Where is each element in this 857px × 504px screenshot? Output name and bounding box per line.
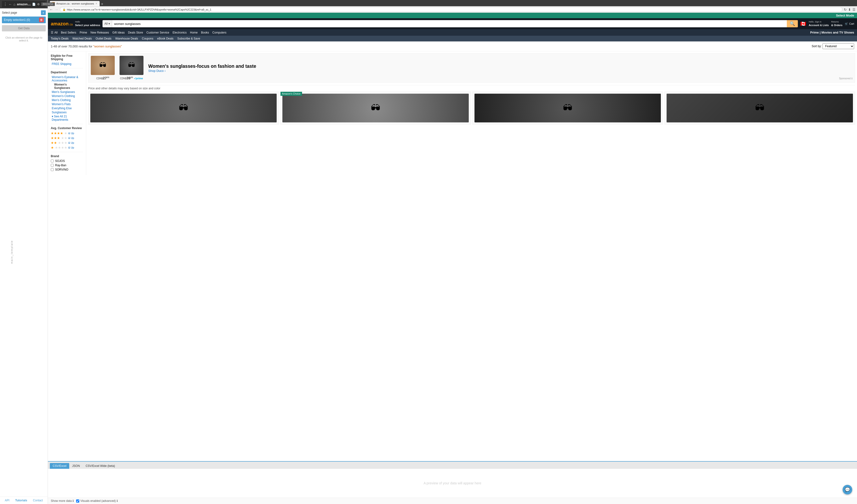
- rayban-checkbox[interactable]: [51, 164, 54, 167]
- back-nav-button[interactable]: ←: [49, 7, 53, 12]
- tab-close-button[interactable]: ×: [96, 2, 97, 5]
- tab-csv-excel-wide[interactable]: CSV/Excel Wide (beta): [83, 463, 118, 469]
- banner-product-2-price: CDN$3999 ✓prime: [119, 76, 144, 80]
- dept-link-0[interactable]: Women's Eyewear & Accessories: [51, 75, 83, 82]
- reload-button[interactable]: ↻: [844, 8, 847, 12]
- brand-rayban[interactable]: Ray-Ban: [51, 164, 83, 167]
- hamburger-menu-button[interactable]: ☰ All: [51, 31, 57, 34]
- delete-selection-button[interactable]: 🗑: [39, 17, 44, 22]
- show-more-link[interactable]: Show more data ℹ: [51, 499, 74, 503]
- cart-button[interactable]: 🛒 Cart: [845, 22, 854, 26]
- gear-icon[interactable]: ⚙: [37, 3, 40, 6]
- subnav-ebook-deals[interactable]: eBook Deals: [157, 37, 173, 40]
- tab-json[interactable]: JSON: [69, 463, 83, 469]
- featured-banner[interactable]: 🕶 CDN$2799 🕶 CDN$3999 ✓prime Women': [88, 53, 855, 83]
- banner-product-1[interactable]: 🕶 CDN$2799: [91, 56, 115, 80]
- dept-link-7[interactable]: Sunglasses: [51, 111, 83, 114]
- nav-customer-service[interactable]: Customer Service: [146, 31, 169, 34]
- subnav-warehouse-deals[interactable]: Warehouse Deals: [115, 37, 138, 40]
- cart-icon: 🛒: [845, 22, 848, 26]
- chat-fab-button[interactable]: 💬: [843, 485, 852, 494]
- stars-3[interactable]: ★★★★★ & Up: [51, 136, 83, 140]
- dept-link-2[interactable]: Men's Sunglasses: [51, 90, 83, 94]
- account-info[interactable]: Hello, Sign in Account & Lists: [809, 20, 829, 27]
- subnav-coupons[interactable]: Coupons: [142, 37, 153, 40]
- forward-nav-button[interactable]: →: [55, 7, 58, 12]
- amazon-logo[interactable]: amazon .ca: [51, 21, 72, 27]
- sojos-checkbox[interactable]: [51, 159, 54, 163]
- nav-home[interactable]: Home: [190, 31, 198, 34]
- price-main-1: 27: [103, 76, 107, 80]
- nav-books[interactable]: Books: [201, 31, 209, 34]
- dots-icon: ⋮: [3, 2, 7, 6]
- api-link[interactable]: API: [5, 499, 9, 502]
- nav-deals-store[interactable]: Deals Store: [128, 31, 143, 34]
- sort-dropdown[interactable]: Featured Price: Low to High Price: High …: [823, 43, 854, 49]
- dept-link-6[interactable]: Everything Else: [51, 106, 83, 110]
- divider-1: [51, 68, 83, 68]
- subnav-watched-deals[interactable]: Watched Deals: [72, 37, 92, 40]
- download-button[interactable]: ⬇: [848, 8, 851, 12]
- browse-button[interactable]: BROWSE: [41, 2, 55, 6]
- nav-new-releases[interactable]: New Releases: [90, 31, 109, 34]
- amazon-choice-badge: Amazon's Choice: [281, 92, 302, 96]
- amazon-sidebar: Eligible for Free Shipping FREE Shipping…: [48, 51, 86, 175]
- star-filled-1: ★★★★: [51, 131, 63, 135]
- visuals-checkbox[interactable]: [76, 500, 79, 503]
- address-bar[interactable]: 🔒 https://www.amazon.ca/?s=k=women+sungl…: [60, 7, 842, 12]
- flag-icon[interactable]: 🇨🇦: [800, 21, 806, 27]
- get-data-button[interactable]: Get Data: [2, 25, 46, 31]
- active-tab[interactable]: 🅰 Amazon.ca : women sunglasses ×: [50, 1, 100, 6]
- department-section: Department Women's Eyewear & Accessories…: [51, 71, 83, 121]
- orders-info[interactable]: Returns & Orders: [831, 20, 842, 27]
- delivery-info[interactable]: Hello Select your address: [75, 21, 100, 27]
- free-shipping-link[interactable]: FREE Shipping: [51, 62, 83, 66]
- dept-link-4[interactable]: Men's Clothing: [51, 98, 83, 102]
- info-icon: ℹ: [852, 77, 853, 80]
- sorvino-checkbox[interactable]: [51, 168, 54, 171]
- nav-prime[interactable]: Prime: [80, 31, 87, 34]
- contact-link[interactable]: Contact: [33, 499, 43, 502]
- dept-link-5[interactable]: Women's Flats: [51, 102, 83, 106]
- nav-gift-ideas[interactable]: Gift Ideas: [112, 31, 124, 34]
- product-card-4[interactable]: 🕶: [665, 91, 855, 124]
- browser-menu-button[interactable]: ☰: [853, 8, 856, 12]
- prime-banner[interactable]: Prime | Movies and TV Shows: [810, 31, 854, 34]
- star-filled-4: ★: [51, 146, 54, 150]
- add-page-button[interactable]: +: [41, 10, 46, 15]
- search-category-selector[interactable]: All ▾: [102, 20, 112, 27]
- nav-electronics[interactable]: Electronics: [173, 31, 187, 34]
- subnav-todays-deals[interactable]: Today's Deals: [51, 37, 68, 40]
- chat-icon: 💬: [845, 487, 850, 492]
- shop-duco-link[interactable]: Shop Duco ›: [148, 69, 166, 72]
- nav-best-sellers[interactable]: Best Sellers: [61, 31, 76, 34]
- search-button[interactable]: 🔍: [787, 20, 798, 27]
- see-all-departments-link[interactable]: ▾ See All 21 Departments: [51, 115, 83, 121]
- banner-product-2[interactable]: 🕶 CDN$3999 ✓prime: [119, 56, 144, 80]
- search-input[interactable]: [112, 20, 787, 27]
- data-footer: Show more data ℹ Visuals enabled (advanc…: [48, 498, 857, 504]
- home-icon[interactable]: ⌂: [13, 2, 15, 6]
- amazon-page: amazon .ca Hello Select your address All…: [48, 18, 857, 461]
- sort-label: Sort by:: [812, 45, 822, 48]
- brand-sorvino[interactable]: SORVINO: [51, 168, 83, 171]
- back-button[interactable]: ←: [9, 2, 12, 6]
- stars-4[interactable]: ★★★★★ & Up: [51, 131, 83, 135]
- stars-1[interactable]: ★★★★★ & Up: [51, 146, 83, 150]
- subnav-subscribe-save[interactable]: Subscribe & Save: [177, 37, 200, 40]
- tab-csv-excel[interactable]: CSV/Excel: [50, 463, 69, 469]
- product-card-3[interactable]: 🕶: [472, 91, 663, 124]
- stars-2[interactable]: ★★★★★ & Up: [51, 141, 83, 145]
- banner-text: Women's sunglasses-focus on fashion and …: [148, 64, 834, 72]
- product-card-2[interactable]: Amazon's Choice 🕶: [280, 91, 471, 124]
- brand-sojos[interactable]: SOJOS: [51, 159, 83, 163]
- new-tab-button[interactable]: +: [101, 2, 103, 6]
- subnav-outlet-deals[interactable]: Outlet Deals: [96, 37, 112, 40]
- dept-link-3[interactable]: Women's Clothing: [51, 95, 83, 98]
- visuals-enabled-toggle[interactable]: Visuals enabled (advanced) ℹ: [76, 499, 118, 503]
- nav-computers[interactable]: Computers: [213, 31, 226, 34]
- dept-link-1[interactable]: Women's Sunglasses: [51, 83, 83, 89]
- tutorials-link[interactable]: Tutorials: [15, 499, 27, 502]
- product-card-1[interactable]: 🕶: [88, 91, 279, 124]
- and-up-1: & Up: [68, 132, 74, 135]
